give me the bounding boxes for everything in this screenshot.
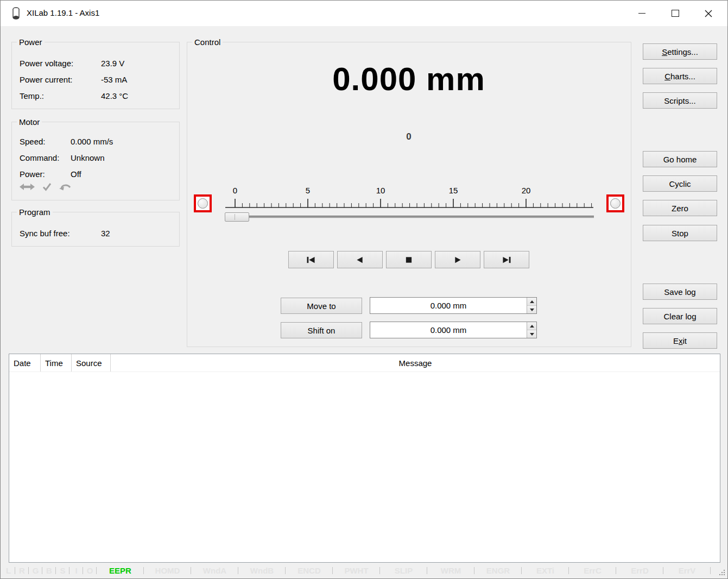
status-flag: PWHT — [333, 563, 380, 578]
tick-label-15: 15 — [449, 186, 458, 195]
save-log-button-label: Save log — [664, 287, 695, 297]
sync-buf-value: 32 — [101, 229, 110, 238]
power-voltage-value: 23.9 V — [101, 59, 124, 68]
status-flag: L — [2, 563, 15, 578]
speed-value: 0.000 mm/s — [71, 137, 113, 146]
move-to-spin-up-button[interactable] — [527, 298, 536, 306]
spin-up-icon — [530, 300, 534, 303]
encoder-display: 0 — [187, 131, 631, 142]
log-column-date[interactable]: Date — [9, 354, 41, 372]
close-icon — [705, 10, 712, 17]
slider-groove — [225, 216, 594, 218]
minimize-icon — [638, 13, 645, 14]
window-title: XILab 1.19.1 - Axis1 — [27, 8, 99, 17]
cyclic-button[interactable]: Cyclic — [643, 175, 717, 192]
clear-log-button[interactable]: Clear log — [643, 308, 717, 324]
right-limit-indicator — [606, 194, 624, 212]
maximize-button[interactable] — [662, 1, 688, 26]
log-column-source[interactable]: Source — [72, 354, 111, 372]
status-flag: WndB — [238, 563, 286, 578]
zero-button[interactable]: Zero — [643, 200, 717, 216]
control-group-title: Control — [192, 37, 223, 47]
shift-on-spin-up-button[interactable] — [527, 322, 536, 330]
clear-log-button-label: Clear log — [663, 312, 696, 321]
position-display: 0.000 mm — [187, 60, 631, 98]
temp-label: Temp.: — [20, 91, 44, 100]
status-flag: HOMD — [144, 563, 191, 578]
status-flag: EEPR — [97, 563, 144, 578]
exit-button-label: Exit — [673, 336, 687, 345]
stop-icon — [403, 256, 415, 264]
speed-label: Speed: — [20, 137, 46, 146]
power-group-title: Power — [17, 37, 45, 47]
log-table-header: Date Time Source Message — [9, 354, 720, 372]
cyclic-button-label: Cyclic — [669, 179, 691, 188]
stop-motion-button[interactable] — [386, 251, 432, 268]
command-label: Command: — [20, 153, 59, 162]
status-flag: G — [29, 563, 42, 578]
exit-button[interactable]: Exit — [643, 332, 717, 349]
move-to-value[interactable]: 0.000 mm — [370, 298, 527, 313]
go-home-button[interactable]: Go home — [643, 151, 717, 167]
position-slider-handle[interactable] — [225, 212, 249, 222]
go-home-button-label: Go home — [663, 155, 697, 164]
ruler-ticks — [225, 198, 594, 209]
power-voltage-label: Power voltage: — [20, 59, 73, 68]
settings-button[interactable]: Settings... — [643, 43, 717, 60]
move-to-left-border-button[interactable] — [288, 251, 334, 268]
scripts-button-label: Scripts... — [664, 96, 695, 105]
minimize-button[interactable] — [629, 1, 655, 26]
left-limit-lamp-icon — [198, 198, 208, 209]
move-to-spin-down-button[interactable] — [527, 306, 536, 313]
xilab-window: XILab 1.19.1 - Axis1 Power Power voltage… — [0, 0, 728, 579]
motor-power-value: Off — [71, 169, 81, 179]
left-right-arrow-icon — [20, 182, 35, 192]
spin-down-icon — [530, 333, 534, 336]
move-to-input[interactable]: 0.000 mm — [370, 297, 537, 314]
save-log-button[interactable]: Save log — [643, 284, 717, 300]
close-button[interactable] — [695, 1, 721, 26]
position-ruler: 0 5 10 15 20 — [225, 186, 594, 210]
charts-button[interactable]: Charts... — [643, 68, 717, 84]
shift-on-button-label: Shift on — [308, 326, 335, 335]
log-column-message[interactable]: Message — [111, 354, 720, 372]
move-to-button[interactable]: Move to — [281, 298, 362, 314]
tick-label-10: 10 — [376, 186, 385, 195]
move-right-button[interactable] — [435, 251, 480, 268]
status-flag: ErrD — [616, 563, 663, 578]
status-bar: L R G B S I O EEPR HOMD WndA WndB ENCD P… — [1, 563, 727, 578]
resize-grip[interactable] — [719, 569, 725, 576]
shift-on-spin-down-button[interactable] — [527, 330, 536, 338]
status-flag: EXTi — [522, 563, 569, 578]
status-flag: ENCD — [286, 563, 333, 578]
command-value: Unknown — [71, 153, 105, 162]
shift-on-input[interactable]: 0.000 mm — [370, 322, 537, 338]
move-left-button[interactable] — [337, 251, 383, 268]
move-to-right-border-button[interactable] — [484, 251, 529, 268]
zero-button-label: Zero — [672, 204, 688, 213]
status-flag: B — [42, 563, 56, 578]
status-flag: SLIP — [380, 563, 427, 578]
left-limit-indicator — [194, 194, 212, 212]
status-flag: ErrV — [663, 563, 711, 578]
spin-down-icon — [530, 309, 534, 311]
stop-button[interactable]: Stop — [643, 225, 717, 241]
position-slider-track[interactable] — [225, 213, 594, 222]
move-to-spinner — [527, 298, 536, 313]
status-flag: S — [56, 563, 69, 578]
tick-label-20: 20 — [522, 186, 531, 195]
play-left-icon — [354, 256, 366, 264]
stop-button-label: Stop — [672, 229, 688, 238]
log-column-time[interactable]: Time — [41, 354, 72, 372]
temp-value: 42.3 °C — [101, 91, 128, 100]
scripts-button[interactable]: Scripts... — [643, 92, 717, 109]
move-to-button-label: Move to — [307, 301, 335, 311]
status-flag: I — [69, 563, 83, 578]
sync-buf-label: Sync buf free: — [20, 229, 70, 238]
spin-up-icon — [530, 325, 534, 328]
title-bar: XILab 1.19.1 - Axis1 — [1, 1, 727, 26]
motor-power-label: Power: — [20, 169, 45, 179]
shift-on-button[interactable]: Shift on — [281, 322, 362, 338]
status-flag: ErrC — [569, 563, 616, 578]
shift-on-value[interactable]: 0.000 mm — [370, 322, 527, 338]
